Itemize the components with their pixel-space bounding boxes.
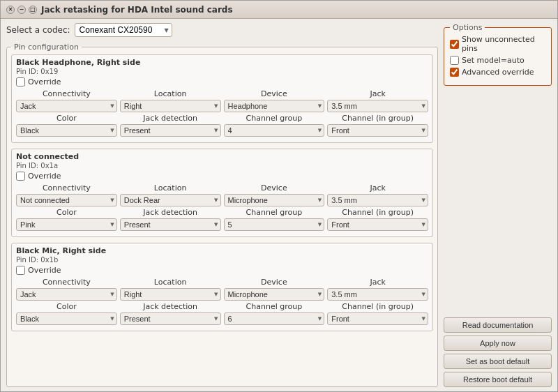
codec-label: Select a codec: — [6, 25, 70, 35]
color-select-2[interactable]: Black — [16, 312, 117, 325]
col-header-changroup-1: Channel group — [224, 208, 325, 217]
advanced-override-checkbox[interactable] — [450, 68, 459, 77]
main-area: Select a codec: Conexant CX20590 Pin con… — [6, 23, 438, 387]
col-header-device-2: Device — [224, 278, 325, 287]
minimize-button[interactable]: − — [17, 6, 26, 14]
show-unconnected-checkbox[interactable] — [450, 40, 459, 49]
pin-config-fieldset: Pin configuration Black Headphone, Right… — [6, 43, 438, 387]
window-controls: ✕ − □ — [6, 6, 37, 14]
chaningroup-select-1[interactable]: Front — [327, 218, 428, 231]
override-checkbox-0[interactable] — [16, 77, 25, 86]
pin-header-0: Black Headphone, Right side — [16, 58, 428, 67]
show-unconnected-label: Show unconnected pins — [462, 35, 545, 53]
pin0-row1-headers: Connectivity Location Device Jack — [16, 89, 428, 98]
close-button[interactable]: ✕ — [6, 6, 15, 14]
location-select-2[interactable]: Right — [120, 288, 221, 301]
override-checkbox-1[interactable] — [16, 172, 25, 181]
pin-config-legend: Pin configuration — [11, 43, 82, 52]
title-bar: ✕ − □ Jack retasking for HDA Intel sound… — [1, 1, 557, 19]
connectivity-dropdown-0: Jack — [16, 100, 117, 112]
jackdet-dropdown-1: Present — [120, 218, 221, 231]
connectivity-select-0[interactable]: Jack — [16, 100, 117, 112]
col-header-jack-1: Jack — [327, 183, 428, 193]
color-select-1[interactable]: Pink — [16, 218, 117, 231]
pin-section-0: Black Headphone, Right side Pin ID: 0x19… — [11, 54, 433, 143]
col-header-jackdet-1: Jack detection — [120, 208, 221, 217]
color-dropdown-1: Pink — [16, 218, 117, 231]
col-header-color-2: Color — [16, 302, 117, 311]
option-row-2: Advanced override — [450, 68, 545, 77]
jackdet-dropdown-0: Present — [120, 124, 221, 137]
col-header-jackdet-2: Jack detection — [120, 302, 221, 311]
read-documentation-button[interactable]: Read documentation — [444, 317, 552, 333]
pin1-row1-values: Not connected Dock Rear Microphone — [16, 194, 428, 206]
option-row-1: Set model=auto — [450, 56, 545, 65]
jackdet-select-1[interactable]: Present — [120, 218, 221, 231]
connectivity-select-1[interactable]: Not connected — [16, 194, 117, 206]
chaningroup-select-0[interactable]: Front — [327, 124, 428, 137]
col-header-connectivity-2: Connectivity — [16, 278, 117, 287]
pin2-row2-headers: Color Jack detection Channel group Chann… — [16, 302, 428, 311]
col-header-chaningroup-2: Channel (in group) — [327, 302, 428, 311]
apply-now-button[interactable]: Apply now — [444, 336, 552, 351]
connectivity-dropdown-2: Jack — [16, 288, 117, 301]
pin1-row2-headers: Color Jack detection Channel group Chann… — [16, 208, 428, 217]
changroup-dropdown-1: 5 — [224, 218, 325, 231]
override-row-2: Override — [16, 266, 428, 275]
override-checkbox-2[interactable] — [16, 266, 25, 275]
jack-dropdown-0: 3.5 mm — [327, 100, 428, 112]
changroup-select-2[interactable]: 6 — [224, 312, 325, 325]
jack-select-0[interactable]: 3.5 mm — [327, 100, 428, 112]
pin1-row2-values: Pink Present 5 — [16, 218, 428, 231]
changroup-select-0[interactable]: 4 — [224, 124, 325, 137]
col-header-device-1: Device — [224, 183, 325, 193]
pin2-row1-values: Jack Right Microphone — [16, 288, 428, 301]
pin0-row2-values: Black Present 4 — [16, 124, 428, 137]
color-dropdown-2: Black — [16, 312, 117, 325]
color-select-0[interactable]: Black — [16, 124, 117, 137]
col-header-color-1: Color — [16, 208, 117, 217]
action-buttons: Read documentation Apply now Set as boot… — [444, 317, 552, 387]
jack-select-1[interactable]: 3.5 mm — [327, 194, 428, 206]
jackdet-dropdown-2: Present — [120, 312, 221, 325]
chaningroup-dropdown-2: Front — [327, 312, 428, 325]
jackdet-select-0[interactable]: Present — [120, 124, 221, 137]
chaningroup-select-2[interactable]: Front — [327, 312, 428, 325]
changroup-dropdown-0: 4 — [224, 124, 325, 137]
jackdet-select-2[interactable]: Present — [120, 312, 221, 325]
override-row-0: Override — [16, 77, 428, 86]
col-header-jack-0: Jack — [327, 89, 428, 98]
chaningroup-dropdown-1: Front — [327, 218, 428, 231]
location-dropdown-2: Right — [120, 288, 221, 301]
codec-select-wrapper: Conexant CX20590 — [75, 23, 172, 37]
location-select-1[interactable]: Dock Rear — [120, 194, 221, 206]
pin-section-2: Black Mic, Right side Pin ID: 0x1b Overr… — [11, 243, 433, 331]
pin0-row1-values: Jack Right Headphone — [16, 100, 428, 112]
device-select-2[interactable]: Microphone — [224, 288, 325, 301]
changroup-select-1[interactable]: 5 — [224, 218, 325, 231]
device-dropdown-1: Microphone — [224, 194, 325, 206]
device-select-0[interactable]: Headphone — [224, 100, 325, 112]
col-header-connectivity-1: Connectivity — [16, 183, 117, 193]
col-header-connectivity-0: Connectivity — [16, 89, 117, 98]
restore-boot-default-button[interactable]: Restore boot default — [444, 372, 552, 387]
codec-select[interactable]: Conexant CX20590 — [75, 23, 172, 37]
location-dropdown-1: Dock Rear — [120, 194, 221, 206]
maximize-button[interactable]: □ — [29, 6, 37, 14]
override-label-1: Override — [28, 172, 61, 181]
col-header-device-0: Device — [224, 89, 325, 98]
device-select-1[interactable]: Microphone — [224, 194, 325, 206]
option-row-0: Show unconnected pins — [450, 35, 545, 53]
override-label-0: Override — [28, 77, 61, 86]
col-header-location-0: Location — [120, 89, 221, 98]
changroup-dropdown-2: 6 — [224, 312, 325, 325]
set-as-boot-default-button[interactable]: Set as boot default — [444, 354, 552, 369]
location-select-0[interactable]: Right — [120, 100, 221, 112]
jack-select-2[interactable]: 3.5 mm — [327, 288, 428, 301]
pin0-row2-headers: Color Jack detection Channel group Chann… — [16, 114, 428, 123]
connectivity-select-2[interactable]: Jack — [16, 288, 117, 301]
set-model-auto-label: Set model=auto — [462, 56, 525, 65]
main-window: ✕ − □ Jack retasking for HDA Intel sound… — [0, 0, 558, 392]
set-model-auto-checkbox[interactable] — [450, 56, 459, 65]
pin2-row1-headers: Connectivity Location Device Jack — [16, 278, 428, 287]
